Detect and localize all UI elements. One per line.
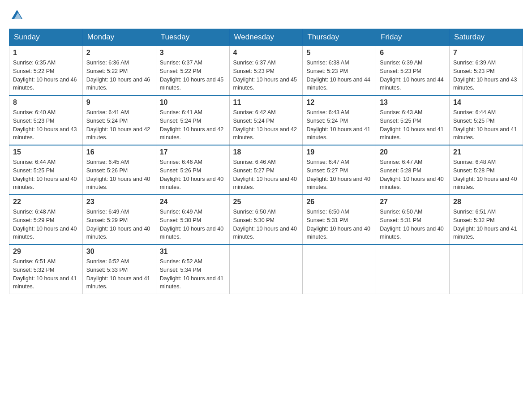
day-number: 30	[86, 248, 152, 256]
day-info: Sunrise: 6:45 AM Sunset: 5:26 PM Dayligh…	[86, 158, 152, 192]
calendar-week-row: 1 Sunrise: 6:35 AM Sunset: 5:22 PM Dayli…	[9, 46, 523, 95]
day-info: Sunrise: 6:48 AM Sunset: 5:28 PM Dayligh…	[453, 158, 519, 192]
day-info: Sunrise: 6:44 AM Sunset: 5:25 PM Dayligh…	[453, 108, 519, 142]
calendar-cell: 12 Sunrise: 6:43 AM Sunset: 5:24 PM Dayl…	[303, 95, 376, 145]
calendar-cell	[376, 244, 450, 294]
day-info: Sunrise: 6:44 AM Sunset: 5:25 PM Dayligh…	[13, 158, 79, 192]
day-number: 15	[13, 148, 79, 156]
calendar-cell: 8 Sunrise: 6:40 AM Sunset: 5:23 PM Dayli…	[9, 95, 83, 145]
calendar-cell: 10 Sunrise: 6:41 AM Sunset: 5:24 PM Dayl…	[156, 95, 229, 145]
day-number: 5	[306, 49, 372, 57]
day-info: Sunrise: 6:46 AM Sunset: 5:26 PM Dayligh…	[160, 158, 226, 192]
day-number: 9	[86, 98, 152, 107]
calendar-cell: 6 Sunrise: 6:39 AM Sunset: 5:23 PM Dayli…	[376, 46, 450, 95]
calendar-cell: 3 Sunrise: 6:37 AM Sunset: 5:22 PM Dayli…	[156, 46, 229, 95]
day-number: 8	[13, 98, 79, 107]
day-number: 14	[453, 98, 519, 107]
day-number: 19	[306, 148, 372, 156]
calendar-cell: 30 Sunrise: 6:52 AM Sunset: 5:33 PM Dayl…	[82, 244, 156, 294]
day-info: Sunrise: 6:47 AM Sunset: 5:27 PM Dayligh…	[306, 158, 372, 192]
day-info: Sunrise: 6:35 AM Sunset: 5:22 PM Dayligh…	[13, 59, 79, 92]
day-number: 18	[233, 148, 299, 156]
day-info: Sunrise: 6:48 AM Sunset: 5:29 PM Dayligh…	[13, 208, 79, 241]
day-info: Sunrise: 6:50 AM Sunset: 5:30 PM Dayligh…	[233, 208, 299, 241]
logo-icon	[12, 9, 22, 20]
day-number: 13	[380, 98, 446, 107]
day-info: Sunrise: 6:49 AM Sunset: 5:29 PM Dayligh…	[86, 208, 152, 241]
day-info: Sunrise: 6:43 AM Sunset: 5:25 PM Dayligh…	[380, 108, 446, 142]
weekday-header-row: SundayMondayTuesdayWednesdayThursdayFrid…	[9, 29, 523, 46]
day-info: Sunrise: 6:39 AM Sunset: 5:23 PM Dayligh…	[380, 59, 446, 92]
day-info: Sunrise: 6:46 AM Sunset: 5:27 PM Dayligh…	[233, 158, 299, 192]
day-number: 6	[380, 49, 446, 57]
calendar-cell: 17 Sunrise: 6:46 AM Sunset: 5:26 PM Dayl…	[156, 145, 229, 195]
calendar-cell: 13 Sunrise: 6:43 AM Sunset: 5:25 PM Dayl…	[376, 95, 450, 145]
weekday-header-saturday: Saturday	[450, 29, 523, 46]
calendar-cell: 31 Sunrise: 6:52 AM Sunset: 5:34 PM Dayl…	[156, 244, 229, 294]
day-number: 28	[453, 198, 519, 206]
day-number: 3	[160, 49, 226, 57]
weekday-header-tuesday: Tuesday	[156, 29, 229, 46]
calendar-cell	[450, 244, 523, 294]
weekday-header-monday: Monday	[82, 29, 156, 46]
day-info: Sunrise: 6:39 AM Sunset: 5:23 PM Dayligh…	[453, 59, 519, 92]
day-info: Sunrise: 6:52 AM Sunset: 5:33 PM Dayligh…	[86, 257, 152, 291]
weekday-header-thursday: Thursday	[303, 29, 376, 46]
calendar-cell: 19 Sunrise: 6:47 AM Sunset: 5:27 PM Dayl…	[303, 145, 376, 195]
calendar-table: SundayMondayTuesdayWednesdayThursdayFrid…	[9, 29, 523, 294]
calendar-cell: 1 Sunrise: 6:35 AM Sunset: 5:22 PM Dayli…	[9, 46, 83, 95]
day-info: Sunrise: 6:51 AM Sunset: 5:32 PM Dayligh…	[13, 257, 79, 291]
calendar-week-row: 29 Sunrise: 6:51 AM Sunset: 5:32 PM Dayl…	[9, 244, 523, 294]
calendar-cell: 25 Sunrise: 6:50 AM Sunset: 5:30 PM Dayl…	[229, 195, 303, 244]
weekday-header-sunday: Sunday	[9, 29, 83, 46]
day-number: 11	[233, 98, 299, 107]
day-number: 26	[306, 198, 372, 206]
calendar-cell: 20 Sunrise: 6:47 AM Sunset: 5:28 PM Dayl…	[376, 145, 450, 195]
day-info: Sunrise: 6:49 AM Sunset: 5:30 PM Dayligh…	[160, 208, 226, 241]
day-info: Sunrise: 6:50 AM Sunset: 5:31 PM Dayligh…	[306, 208, 372, 241]
day-number: 1	[13, 49, 79, 57]
day-number: 10	[160, 98, 226, 107]
day-number: 29	[13, 248, 79, 256]
calendar-cell: 29 Sunrise: 6:51 AM Sunset: 5:32 PM Dayl…	[9, 244, 83, 294]
day-info: Sunrise: 6:42 AM Sunset: 5:24 PM Dayligh…	[233, 108, 299, 142]
calendar-cell: 11 Sunrise: 6:42 AM Sunset: 5:24 PM Dayl…	[229, 95, 303, 145]
day-info: Sunrise: 6:43 AM Sunset: 5:24 PM Dayligh…	[306, 108, 372, 142]
day-number: 20	[380, 148, 446, 156]
day-info: Sunrise: 6:47 AM Sunset: 5:28 PM Dayligh…	[380, 158, 446, 192]
calendar-cell: 5 Sunrise: 6:38 AM Sunset: 5:23 PM Dayli…	[303, 46, 376, 95]
day-info: Sunrise: 6:41 AM Sunset: 5:24 PM Dayligh…	[160, 108, 226, 142]
page-header	[9, 9, 523, 20]
calendar-cell: 15 Sunrise: 6:44 AM Sunset: 5:25 PM Dayl…	[9, 145, 83, 195]
logo	[9, 9, 24, 20]
day-number: 27	[380, 198, 446, 206]
day-number: 7	[453, 49, 519, 57]
calendar-cell: 22 Sunrise: 6:48 AM Sunset: 5:29 PM Dayl…	[9, 195, 83, 244]
calendar-cell	[229, 244, 303, 294]
day-info: Sunrise: 6:36 AM Sunset: 5:22 PM Dayligh…	[86, 59, 152, 92]
day-info: Sunrise: 6:50 AM Sunset: 5:31 PM Dayligh…	[380, 208, 446, 241]
day-number: 22	[13, 198, 79, 206]
calendar-cell: 28 Sunrise: 6:51 AM Sunset: 5:32 PM Dayl…	[450, 195, 523, 244]
day-number: 31	[160, 248, 226, 256]
day-number: 17	[160, 148, 226, 156]
day-number: 23	[86, 198, 152, 206]
weekday-header-friday: Friday	[376, 29, 450, 46]
calendar-cell: 14 Sunrise: 6:44 AM Sunset: 5:25 PM Dayl…	[450, 95, 523, 145]
day-info: Sunrise: 6:41 AM Sunset: 5:24 PM Dayligh…	[86, 108, 152, 142]
calendar-week-row: 15 Sunrise: 6:44 AM Sunset: 5:25 PM Dayl…	[9, 145, 523, 195]
calendar-cell: 24 Sunrise: 6:49 AM Sunset: 5:30 PM Dayl…	[156, 195, 229, 244]
calendar-cell: 27 Sunrise: 6:50 AM Sunset: 5:31 PM Dayl…	[376, 195, 450, 244]
day-number: 12	[306, 98, 372, 107]
day-info: Sunrise: 6:40 AM Sunset: 5:23 PM Dayligh…	[13, 108, 79, 142]
day-number: 2	[86, 49, 152, 57]
day-number: 21	[453, 148, 519, 156]
calendar-week-row: 8 Sunrise: 6:40 AM Sunset: 5:23 PM Dayli…	[9, 95, 523, 145]
day-number: 25	[233, 198, 299, 206]
calendar-cell	[303, 244, 376, 294]
calendar-cell: 21 Sunrise: 6:48 AM Sunset: 5:28 PM Dayl…	[450, 145, 523, 195]
calendar-cell: 26 Sunrise: 6:50 AM Sunset: 5:31 PM Dayl…	[303, 195, 376, 244]
day-info: Sunrise: 6:51 AM Sunset: 5:32 PM Dayligh…	[453, 208, 519, 241]
calendar-cell: 4 Sunrise: 6:37 AM Sunset: 5:23 PM Dayli…	[229, 46, 303, 95]
day-number: 4	[233, 49, 299, 57]
